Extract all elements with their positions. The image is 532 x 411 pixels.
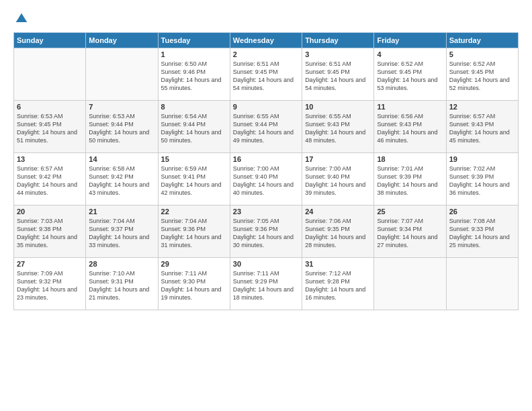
day-info: Sunrise: 7:04 AM Sunset: 9:37 PM Dayligh… [89,217,154,250]
day-cell: 10Sunrise: 6:55 AM Sunset: 9:43 PM Dayli… [302,101,374,153]
day-info: Sunrise: 6:53 AM Sunset: 9:45 PM Dayligh… [17,112,83,145]
day-info: Sunrise: 7:02 AM Sunset: 9:39 PM Dayligh… [449,165,515,197]
header-cell-tuesday: Tuesday [158,33,230,48]
day-cell: 20Sunrise: 7:03 AM Sunset: 9:38 PM Dayli… [14,205,86,258]
header-cell-friday: Friday [374,33,446,48]
day-number: 6 [17,103,83,111]
day-cell: 31Sunrise: 7:12 AM Sunset: 9:28 PM Dayli… [302,258,374,310]
day-info: Sunrise: 6:56 AM Sunset: 9:43 PM Dayligh… [377,112,443,145]
week-row-1: 1Sunrise: 6:50 AM Sunset: 9:46 PM Daylig… [14,48,519,101]
day-info: Sunrise: 7:09 AM Sunset: 9:32 PM Dayligh… [17,269,83,302]
day-info: Sunrise: 6:58 AM Sunset: 9:42 PM Dayligh… [89,165,154,197]
day-info: Sunrise: 7:10 AM Sunset: 9:31 PM Dayligh… [89,269,154,302]
day-cell: 3Sunrise: 6:51 AM Sunset: 9:45 PM Daylig… [302,48,374,101]
day-number: 17 [305,155,371,163]
day-number: 31 [305,260,371,268]
header-cell-monday: Monday [86,33,158,48]
day-cell: 1Sunrise: 6:50 AM Sunset: 9:46 PM Daylig… [158,48,230,101]
day-number: 10 [305,103,371,111]
header-cell-sunday: Sunday [14,33,86,48]
day-info: Sunrise: 7:00 AM Sunset: 9:40 PM Dayligh… [233,165,299,197]
day-cell: 30Sunrise: 7:11 AM Sunset: 9:29 PM Dayli… [230,258,302,310]
day-info: Sunrise: 7:12 AM Sunset: 9:28 PM Dayligh… [305,269,371,302]
day-cell: 27Sunrise: 7:09 AM Sunset: 9:32 PM Dayli… [14,258,86,310]
day-number: 8 [161,103,227,111]
week-row-3: 13Sunrise: 6:57 AM Sunset: 9:42 PM Dayli… [14,153,519,205]
day-number: 12 [449,103,515,111]
day-info: Sunrise: 7:04 AM Sunset: 9:36 PM Dayligh… [161,217,227,250]
day-number: 28 [89,260,154,268]
day-number: 11 [377,103,443,111]
day-number: 22 [161,208,227,216]
day-cell: 2Sunrise: 6:51 AM Sunset: 9:45 PM Daylig… [230,48,302,101]
day-cell: 19Sunrise: 7:02 AM Sunset: 9:39 PM Dayli… [446,153,518,205]
day-number: 2 [233,50,299,58]
day-cell: 23Sunrise: 7:05 AM Sunset: 9:36 PM Dayli… [230,205,302,258]
header-cell-saturday: Saturday [446,33,518,48]
day-info: Sunrise: 7:06 AM Sunset: 9:35 PM Dayligh… [305,217,371,250]
day-cell: 9Sunrise: 6:55 AM Sunset: 9:44 PM Daylig… [230,101,302,153]
day-info: Sunrise: 7:01 AM Sunset: 9:39 PM Dayligh… [377,165,443,197]
day-number: 1 [161,50,227,58]
day-cell: 28Sunrise: 7:10 AM Sunset: 9:31 PM Dayli… [86,258,158,310]
day-cell: 4Sunrise: 6:52 AM Sunset: 9:45 PM Daylig… [374,48,446,101]
day-number: 13 [17,155,83,163]
day-cell: 14Sunrise: 6:58 AM Sunset: 9:42 PM Dayli… [86,153,158,205]
day-number: 29 [161,260,227,268]
day-number: 25 [377,208,443,216]
day-info: Sunrise: 7:08 AM Sunset: 9:33 PM Dayligh… [449,217,515,250]
day-number: 14 [89,155,154,163]
day-cell: 16Sunrise: 7:00 AM Sunset: 9:40 PM Dayli… [230,153,302,205]
page: SundayMondayTuesdayWednesdayThursdayFrid… [0,0,532,411]
day-cell [86,48,158,101]
day-number: 9 [233,103,299,111]
day-number: 7 [89,103,154,111]
day-cell: 24Sunrise: 7:06 AM Sunset: 9:35 PM Dayli… [302,205,374,258]
week-row-2: 6Sunrise: 6:53 AM Sunset: 9:45 PM Daylig… [14,101,519,153]
day-number: 16 [233,155,299,163]
day-number: 21 [89,208,154,216]
header-row: SundayMondayTuesdayWednesdayThursdayFrid… [14,33,519,48]
header-cell-thursday: Thursday [302,33,374,48]
logo-icon [15,12,28,26]
day-number: 23 [233,208,299,216]
day-info: Sunrise: 6:57 AM Sunset: 9:42 PM Dayligh… [17,165,83,197]
day-info: Sunrise: 7:11 AM Sunset: 9:30 PM Dayligh… [161,269,227,302]
day-cell: 7Sunrise: 6:53 AM Sunset: 9:44 PM Daylig… [86,101,158,153]
week-row-4: 20Sunrise: 7:03 AM Sunset: 9:38 PM Dayli… [14,205,519,258]
day-cell: 22Sunrise: 7:04 AM Sunset: 9:36 PM Dayli… [158,205,230,258]
day-info: Sunrise: 7:00 AM Sunset: 9:40 PM Dayligh… [305,165,371,197]
day-cell: 17Sunrise: 7:00 AM Sunset: 9:40 PM Dayli… [302,153,374,205]
day-number: 27 [17,260,83,268]
day-cell: 26Sunrise: 7:08 AM Sunset: 9:33 PM Dayli… [446,205,518,258]
day-number: 4 [377,50,443,58]
day-cell [446,258,518,310]
day-cell: 5Sunrise: 6:52 AM Sunset: 9:45 PM Daylig… [446,48,518,101]
day-info: Sunrise: 6:52 AM Sunset: 9:45 PM Dayligh… [377,60,443,93]
day-cell: 18Sunrise: 7:01 AM Sunset: 9:39 PM Dayli… [374,153,446,205]
day-number: 30 [233,260,299,268]
day-number: 5 [449,50,515,58]
day-number: 24 [305,208,371,216]
day-number: 19 [449,155,515,163]
day-cell: 29Sunrise: 7:11 AM Sunset: 9:30 PM Dayli… [158,258,230,310]
day-info: Sunrise: 6:50 AM Sunset: 9:46 PM Dayligh… [161,60,227,93]
day-cell [14,48,86,101]
day-cell: 6Sunrise: 6:53 AM Sunset: 9:45 PM Daylig… [14,101,86,153]
day-cell [374,258,446,310]
day-info: Sunrise: 6:59 AM Sunset: 9:41 PM Dayligh… [161,165,227,197]
svg-marker-0 [16,13,28,22]
day-cell: 13Sunrise: 6:57 AM Sunset: 9:42 PM Dayli… [14,153,86,205]
week-row-5: 27Sunrise: 7:09 AM Sunset: 9:32 PM Dayli… [14,258,519,310]
day-info: Sunrise: 7:03 AM Sunset: 9:38 PM Dayligh… [17,217,83,250]
day-info: Sunrise: 6:52 AM Sunset: 9:45 PM Dayligh… [449,60,515,93]
day-cell: 11Sunrise: 6:56 AM Sunset: 9:43 PM Dayli… [374,101,446,153]
header-cell-wednesday: Wednesday [230,33,302,48]
day-info: Sunrise: 6:53 AM Sunset: 9:44 PM Dayligh… [89,112,154,145]
day-number: 3 [305,50,371,58]
day-info: Sunrise: 7:11 AM Sunset: 9:29 PM Dayligh… [233,269,299,302]
day-info: Sunrise: 7:05 AM Sunset: 9:36 PM Dayligh… [233,217,299,250]
header [13,12,519,26]
day-info: Sunrise: 6:55 AM Sunset: 9:43 PM Dayligh… [305,112,371,145]
day-info: Sunrise: 6:54 AM Sunset: 9:44 PM Dayligh… [161,112,227,145]
